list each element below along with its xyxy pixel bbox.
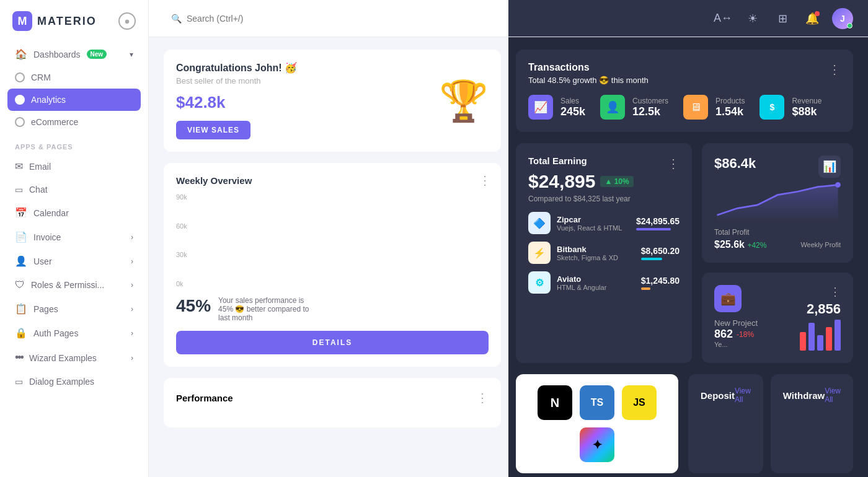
nextjs-logo: N bbox=[538, 385, 572, 420]
np-badge: -18% bbox=[737, 330, 754, 339]
revenue-icon: $ bbox=[760, 95, 784, 120]
logo-icon: M bbox=[12, 11, 32, 31]
performance-menu-icon[interactable]: ⋮ bbox=[476, 390, 489, 405]
sidebar-item-auth[interactable]: 🔒 Auth Pages › bbox=[7, 321, 141, 345]
svg-point-0 bbox=[835, 182, 841, 188]
withdraw-view-all[interactable]: View All bbox=[825, 387, 841, 404]
earning-menu-icon[interactable]: ⋮ bbox=[667, 156, 680, 171]
chevron-right-icon-3: › bbox=[131, 281, 133, 289]
sidebar-item-user[interactable]: 👤 User › bbox=[7, 249, 141, 273]
transactions-growth: Total 48.5% growth 😎 this month bbox=[528, 76, 649, 85]
avatar[interactable]: J bbox=[832, 8, 853, 29]
zipcar-name: Zipcar bbox=[557, 215, 622, 224]
sidebar-item-roles[interactable]: 🛡 Roles & Permissi... › bbox=[7, 273, 141, 297]
split-layout: Congratulations John! 🥳 Best seller of t… bbox=[149, 37, 868, 477]
grid-icon[interactable]: ⊞ bbox=[773, 9, 792, 28]
np-bar-5 bbox=[835, 320, 841, 351]
earning-amount: $24,895 ▲ 10% bbox=[528, 171, 680, 192]
chart-y-labels: 90k 60k 30k 0k bbox=[176, 191, 187, 290]
stat-revenue: $ Revenue $88k bbox=[760, 95, 822, 120]
profit-top-amount: $86.4k bbox=[714, 155, 756, 172]
aviato-amount: $1,245.80 bbox=[641, 276, 680, 286]
stat-sales: 📈 Sales 245k bbox=[528, 95, 585, 120]
shield-icon: 🛡 bbox=[15, 279, 25, 291]
bitbank-name: Bitbank bbox=[557, 245, 618, 254]
weekly-overview-card: Weekly Overview ⋮ 90k 60k 30k 0k bbox=[164, 163, 501, 367]
sidebar-item-crm[interactable]: CRM bbox=[7, 66, 141, 89]
sidebar-item-label: CRM bbox=[31, 72, 51, 82]
np-top-value: 2,856 bbox=[807, 301, 841, 317]
profit-sub-label: Total Profit bbox=[714, 228, 841, 237]
circle-icon bbox=[15, 72, 25, 82]
brightness-icon[interactable]: ☀ bbox=[743, 9, 763, 28]
np-menu-icon[interactable]: ⋮ bbox=[830, 285, 841, 299]
weekly-footer: 45% Your sales performance is 45% 😎 bett… bbox=[176, 296, 489, 322]
sidebar-item-label: Dialog Examples bbox=[29, 377, 94, 387]
new-project-icon: 💼 bbox=[714, 285, 742, 312]
deposit-title: Deposit bbox=[701, 390, 735, 401]
profit-line-chart bbox=[714, 182, 841, 222]
sidebar-item-calendar[interactable]: 📅 Calendar bbox=[7, 201, 141, 225]
notification-icon[interactable]: 🔔 bbox=[802, 9, 822, 28]
sidebar-item-pages[interactable]: 📋 Pages › bbox=[7, 297, 141, 321]
view-sales-button[interactable]: VIEW SALES bbox=[176, 121, 250, 139]
zipcar-amount-right: $24,895.65 bbox=[636, 216, 680, 230]
calendar-icon: 📅 bbox=[15, 207, 27, 219]
sidebar-item-dialog[interactable]: ▭ Dialog Examples bbox=[7, 370, 141, 393]
sidebar-item-label: Pages bbox=[33, 304, 58, 314]
sidebar-item-email[interactable]: ✉ Email bbox=[7, 154, 141, 178]
row-earning: Total Earning ⋮ $24,895 ▲ 10% Compared t… bbox=[516, 143, 853, 363]
new-badge: New bbox=[87, 50, 107, 59]
dialog-icon: ▭ bbox=[15, 377, 23, 387]
earning-item-zipcar: 🔷 Zipcar Vuejs, React & HTML $24,895.65 bbox=[528, 212, 680, 234]
congrats-title: Congratulations John! 🥳 bbox=[176, 62, 489, 74]
sidebar-item-dashboards[interactable]: 🏠 Dashboards New ▾ bbox=[7, 42, 141, 66]
sidebar-item-chat[interactable]: ▭ Chat bbox=[7, 178, 141, 201]
home-icon: 🏠 bbox=[15, 48, 27, 60]
np-value: 862 bbox=[714, 328, 733, 341]
sidebar-item-invoice[interactable]: 📄 Invoice › bbox=[7, 225, 141, 249]
deposit-view-all[interactable]: View All bbox=[735, 387, 751, 404]
sidebar-item-analytics[interactable]: Analytics bbox=[7, 89, 141, 111]
search-icon: 🔍 bbox=[171, 14, 182, 24]
withdraw-card: Withdraw View All bbox=[771, 374, 853, 473]
details-button[interactable]: DETAILS bbox=[176, 331, 489, 354]
performance-title: Performance bbox=[176, 393, 233, 403]
sidebar-item-ecommerce[interactable]: eCommerce bbox=[7, 111, 141, 133]
search-input[interactable] bbox=[187, 14, 295, 24]
chevron-down-icon: ▾ bbox=[130, 50, 133, 59]
customers-label: Customers bbox=[632, 97, 668, 105]
transactions-menu-icon[interactable]: ⋮ bbox=[828, 62, 841, 77]
js-logo: JS bbox=[622, 385, 657, 420]
sidebar-logo: M MATERIO ⏺ bbox=[0, 0, 148, 42]
sidebar-item-wizard[interactable]: ••• Wizard Examples › bbox=[7, 345, 141, 370]
earning-item-bitbank: ⚡ Bitbank Sketch, Figma & XD $8,650.20 bbox=[528, 242, 680, 264]
circle-icon-active bbox=[15, 95, 25, 105]
sidebar-main-nav: 🏠 Dashboards New ▾ CRM Analytics eCommer… bbox=[0, 42, 148, 393]
zipcar-amount: $24,895.65 bbox=[636, 216, 680, 226]
chevron-right-icon-2: › bbox=[131, 257, 133, 266]
products-icon: 🖥 bbox=[683, 95, 708, 120]
translate-icon[interactable]: A↔ bbox=[713, 9, 733, 28]
bitbank-bar bbox=[641, 258, 662, 260]
customers-value: 12.5k bbox=[632, 105, 668, 118]
stat-customers: 👤 Customers 12.5k bbox=[600, 95, 668, 120]
earning-compare: Compared to $84,325 last year bbox=[528, 195, 680, 203]
right-content: Transactions Total 48.5% growth 😎 this m… bbox=[508, 37, 868, 477]
np-bar-3 bbox=[817, 335, 823, 351]
np-title: New Project bbox=[714, 318, 758, 328]
sidebar-item-label: Analytics bbox=[31, 95, 66, 105]
search-box[interactable]: 🔍 bbox=[164, 10, 350, 27]
congrats-card: Congratulations John! 🥳 Best seller of t… bbox=[164, 50, 501, 152]
weekly-menu-icon[interactable]: ⋮ bbox=[479, 173, 491, 188]
deposit-card: Deposit View All bbox=[688, 374, 763, 473]
record-icon[interactable]: ⏺ bbox=[118, 12, 136, 30]
np-bar-2 bbox=[808, 323, 815, 351]
zipcar-bar bbox=[636, 228, 671, 230]
earning-list: 🔷 Zipcar Vuejs, React & HTML $24,895.65 bbox=[528, 212, 680, 294]
y-label-90k: 90k bbox=[176, 193, 187, 201]
profit-chart-icon: 📊 bbox=[818, 155, 841, 178]
y-label-60k: 60k bbox=[176, 222, 187, 230]
sidebar-item-label: Email bbox=[29, 162, 51, 172]
y-label-0k: 0k bbox=[176, 280, 187, 287]
